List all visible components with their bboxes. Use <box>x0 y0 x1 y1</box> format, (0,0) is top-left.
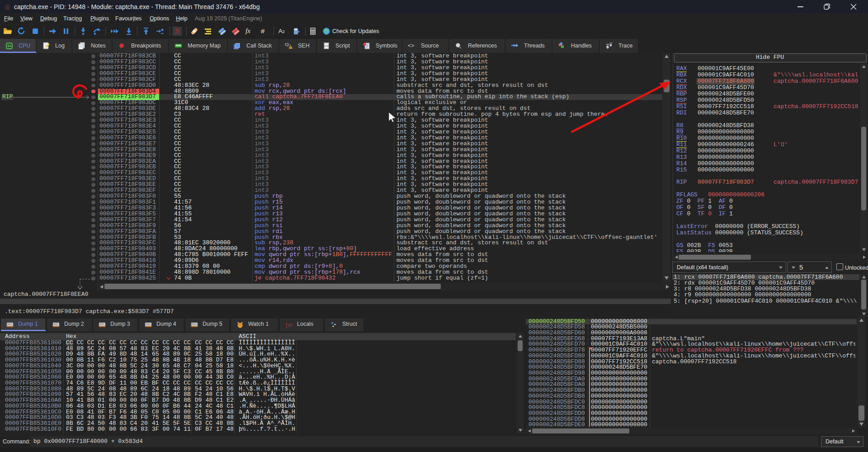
svg-text:<>: <> <box>324 44 329 48</box>
svg-text:[x=]: [x=] <box>285 323 292 328</box>
svg-text:<>: <> <box>408 43 414 49</box>
svg-text:64: 64 <box>8 44 11 48</box>
